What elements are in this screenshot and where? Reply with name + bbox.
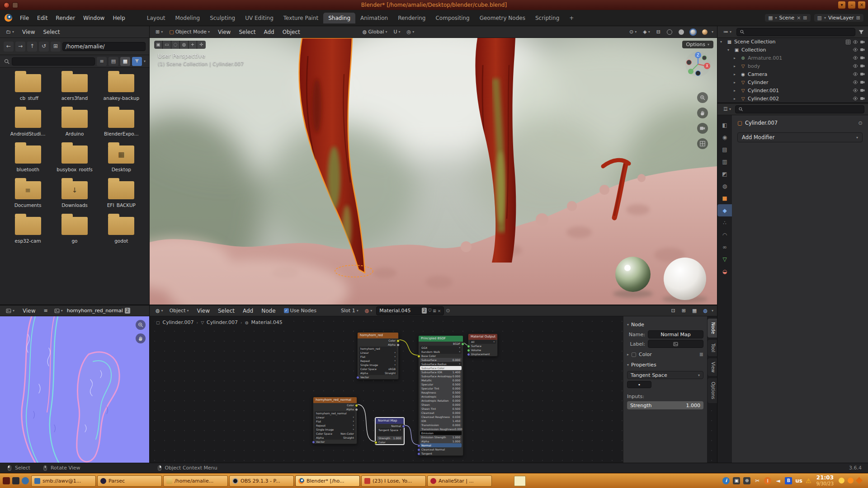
properties-tab[interactable]: ◩ — [717, 168, 732, 180]
node-row[interactable] — [377, 432, 402, 436]
file-grid-item[interactable]: _cb_stuff — [5, 74, 51, 101]
node-canvas[interactable]: ▢ Cylinder.007 › ▽ Cylinder.007 › ◍ Mate… — [150, 316, 717, 463]
color-disclosure[interactable]: ▸ — [627, 352, 629, 357]
editor-type-button[interactable]: ⊞▾ — [153, 28, 165, 36]
camera-toggle-icon[interactable] — [860, 55, 865, 61]
node-header[interactable]: Principled BSDF — [419, 336, 463, 342]
viewport-menu-item[interactable]: View — [214, 27, 235, 37]
eye-icon[interactable] — [853, 71, 858, 77]
node-row[interactable]: Tangent Space — [377, 428, 402, 432]
disclosure-icon[interactable]: ▾ — [727, 48, 732, 52]
node-row[interactable]: Sheen Tint0.500 — [420, 407, 462, 411]
unlink-material-icon[interactable]: × — [438, 309, 441, 313]
topbar-menu-item[interactable]: Help — [108, 13, 129, 23]
disclosure-icon[interactable]: ▸ — [734, 89, 738, 93]
properties-tab[interactable]: ◉ — [717, 131, 732, 143]
file-browser-menu-item[interactable]: View — [18, 27, 39, 37]
editor-type-button[interactable]: 🗀▾ — [4, 28, 16, 36]
camera-view-icon[interactable] — [697, 123, 708, 134]
file-grid-item[interactable]: esp32-cam — [5, 217, 51, 244]
file-grid-item[interactable]: busybox_rootfs — [51, 145, 98, 172]
file-grid-item[interactable]: Arduino — [51, 110, 98, 136]
strength-slider[interactable]: Strength 1.000 — [627, 401, 703, 409]
properties-tab[interactable]: ∞ — [717, 241, 732, 253]
node-row[interactable]: Vector — [315, 440, 355, 444]
taskbar-window-button[interactable]: Parsec — [97, 475, 162, 487]
weather-icon[interactable] — [848, 478, 854, 483]
window-minimize-button[interactable]: – — [848, 1, 855, 9]
eye-icon[interactable] — [853, 88, 858, 93]
node-row[interactable]: Surface — [470, 344, 496, 348]
properties-tab[interactable]: ◧ — [717, 119, 732, 131]
node-row[interactable]: Subsurface IOR1.400 — [420, 370, 462, 374]
taskbar-window-button[interactable]: OBS 29.1.3 - P... — [229, 475, 294, 487]
workspace-tab[interactable]: Layout — [142, 13, 170, 23]
properties-tab[interactable]: ■ — [717, 192, 732, 204]
camera-toggle-icon[interactable] — [860, 63, 865, 69]
node-tree-path-icon[interactable]: ⊡ — [669, 306, 678, 315]
workspace-tab[interactable]: Modeling — [170, 13, 205, 23]
node-header[interactable]: hornyhorn_red — [358, 333, 398, 338]
workspace-tab[interactable]: Sculpting — [205, 13, 240, 23]
topbar-menu-item[interactable]: Render — [52, 13, 79, 23]
add-modifier-dropdown[interactable]: Add Modifier ▾ — [737, 132, 863, 142]
sidebar-tab[interactable]: Tool — [707, 339, 717, 356]
file-grid-item[interactable]: bluetooth — [5, 145, 51, 172]
image-view-menu[interactable]: View — [19, 306, 39, 316]
eye-icon[interactable] — [853, 80, 858, 85]
keyboard-layout-indicator[interactable]: us — [795, 478, 802, 484]
topbar-menu-item[interactable]: Edit — [33, 13, 52, 23]
shader-menu-item[interactable]: Node — [257, 306, 279, 316]
zoom-icon[interactable] — [136, 320, 146, 330]
eye-icon[interactable] — [853, 47, 858, 52]
orthographic-grid-icon[interactable] — [697, 138, 708, 149]
camera-toggle-icon[interactable] — [860, 80, 865, 85]
tray-icon[interactable]: ◄ — [774, 477, 782, 484]
workspace-tab[interactable]: Rendering — [393, 13, 430, 23]
file-search-input[interactable] — [12, 57, 95, 66]
unlink-icon[interactable]: × — [797, 15, 801, 21]
node-row[interactable]: Normal — [377, 424, 402, 428]
file-grid-item[interactable]: Documents — [5, 181, 51, 208]
node-row[interactable]: Color — [359, 338, 397, 343]
notification-bell-icon[interactable] — [839, 478, 844, 483]
disclosure-icon[interactable]: ▸ — [734, 80, 738, 84]
axis-x-label[interactable]: X — [706, 64, 708, 68]
options-button[interactable]: Options▾ — [682, 41, 713, 48]
outliner-search-input[interactable] — [736, 28, 855, 36]
node-row[interactable]: Color SpaceNon-Color — [315, 432, 355, 436]
shading-options-chevron[interactable]: ▾ — [712, 30, 713, 34]
viewport-canvas[interactable] — [150, 38, 717, 305]
forward-button[interactable]: → — [15, 42, 25, 52]
node-row[interactable]: Vector — [359, 375, 397, 379]
shader-menu-item[interactable]: Select — [214, 306, 239, 316]
browse-image-button[interactable]: ▾ — [52, 307, 65, 315]
select-circle-tool-button[interactable]: ◌ — [171, 41, 180, 49]
axis-z-label[interactable]: Z — [697, 53, 699, 57]
sidebar-tab[interactable]: View — [707, 358, 717, 377]
material-users-badge[interactable]: 2 — [422, 308, 427, 314]
pan-hand-icon[interactable] — [697, 108, 708, 118]
cursor-tool-button[interactable]: + — [189, 41, 197, 49]
editor-type-button[interactable]: ▾ — [4, 307, 17, 315]
workspace-tab[interactable]: Texture Paint — [278, 13, 323, 23]
node-name-field[interactable]: Normal Map — [648, 330, 703, 338]
navigation-gizmo[interactable]: Z X — [684, 51, 712, 78]
tray-icon[interactable]: ✂ — [754, 477, 761, 484]
node-row[interactable]: Clearcoat Normal — [420, 447, 462, 451]
node-row[interactable]: Random Walk — [420, 350, 462, 354]
workspace-tab[interactable]: UV Editing — [240, 13, 278, 23]
taskbar-window-button[interactable]: AnalieStar | ... — [427, 475, 492, 487]
node-row[interactable]: Subsurface Anisotropy0.000 — [420, 374, 462, 378]
file-grid-item[interactable]: AndroidStudi... — [5, 110, 51, 136]
node-row[interactable]: Flat — [315, 419, 355, 423]
outliner-row[interactable]: ▸ ▽ Cylinder.001 — [717, 86, 868, 94]
node-row[interactable]: Displacement — [470, 352, 496, 356]
window-shade-button[interactable]: ▾ — [838, 1, 845, 9]
editor-type-button[interactable]: ☲▾ — [721, 105, 733, 113]
node-row[interactable]: Subsurface Radius — [420, 362, 462, 366]
viewport-menu-item[interactable]: Add — [259, 27, 278, 37]
show-gizmo-toggle[interactable]: ⊙▾ — [627, 28, 639, 36]
tray-icon[interactable]: ∥ — [764, 477, 771, 484]
fake-user-shield-icon[interactable]: ⛉ — [428, 308, 431, 313]
